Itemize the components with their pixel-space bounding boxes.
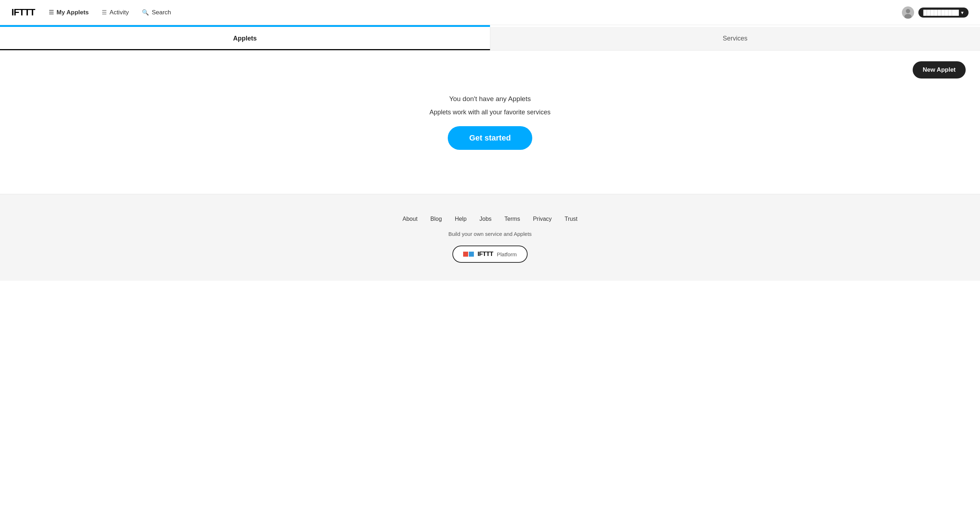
menu-icon: ☰ xyxy=(102,9,107,16)
tab-applets-label: Applets xyxy=(233,35,257,42)
get-started-button[interactable]: Get started xyxy=(448,126,532,150)
nav-my-applets-label: My Applets xyxy=(57,9,89,16)
footer-link-privacy[interactable]: Privacy xyxy=(533,216,552,222)
footer-tagline: Build your own service and Applets xyxy=(449,231,532,237)
new-applet-button[interactable]: New Applet xyxy=(913,61,966,78)
user-name: ██████████ xyxy=(923,10,959,15)
user-dropdown[interactable]: ██████████ ▾ xyxy=(918,8,969,18)
nav-my-applets[interactable]: ☰ My Applets xyxy=(44,6,94,19)
list-icon: ☰ xyxy=(49,9,54,16)
footer-link-jobs[interactable]: Jobs xyxy=(480,216,492,222)
platform-btn-label: IFTTT xyxy=(477,250,493,258)
platform-logo-red xyxy=(463,252,468,257)
avatar[interactable] xyxy=(902,6,914,19)
footer-link-about[interactable]: About xyxy=(402,216,418,222)
dropdown-arrow-icon: ▾ xyxy=(961,10,964,15)
navbar: IFTTT ☰ My Applets ☰ Activity 🔍 Search █… xyxy=(0,0,980,25)
platform-btn-sublabel: Platform xyxy=(497,251,517,257)
ifttt-logo[interactable]: IFTTT xyxy=(11,7,35,18)
empty-state-title: You don't have any Applets xyxy=(449,95,531,103)
navbar-right: ██████████ ▾ xyxy=(902,6,969,19)
tab-services-label: Services xyxy=(723,35,748,42)
footer-links: About Blog Help Jobs Terms Privacy Trust xyxy=(402,216,578,222)
search-icon: 🔍 xyxy=(142,9,149,16)
footer: About Blog Help Jobs Terms Privacy Trust… xyxy=(0,194,980,281)
footer-link-trust[interactable]: Trust xyxy=(565,216,578,222)
nav-activity-label: Activity xyxy=(110,9,129,16)
nav-activity[interactable]: ☰ Activity xyxy=(97,6,134,19)
tab-applets[interactable]: Applets xyxy=(0,27,490,50)
empty-state: You don't have any Applets Applets work … xyxy=(430,95,550,150)
footer-link-terms[interactable]: Terms xyxy=(504,216,520,222)
main-content: New Applet You don't have any Applets Ap… xyxy=(0,51,980,194)
platform-logo-icon xyxy=(463,252,474,257)
tabs-container: Applets Services xyxy=(0,27,980,51)
empty-state-subtitle: Applets work with all your favorite serv… xyxy=(430,108,550,116)
footer-link-help[interactable]: Help xyxy=(455,216,467,222)
tab-services[interactable]: Services xyxy=(490,27,980,50)
footer-link-blog[interactable]: Blog xyxy=(431,216,442,222)
platform-button[interactable]: IFTTT Platform xyxy=(452,246,528,263)
nav-search[interactable]: 🔍 Search xyxy=(137,6,176,19)
svg-point-1 xyxy=(906,9,910,13)
nav-links: ☰ My Applets ☰ Activity 🔍 Search xyxy=(44,6,902,19)
platform-logo-blue xyxy=(469,252,474,257)
nav-search-label: Search xyxy=(152,9,171,16)
